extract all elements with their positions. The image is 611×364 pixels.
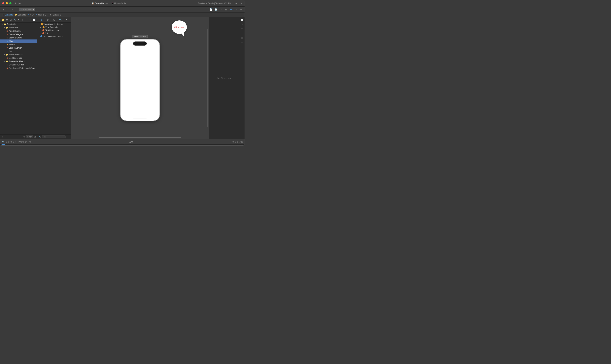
xcode-window: ⊞ ▶ 📋 DeleteMe main › 📱 iPhone 14 Pro De… [0, 0, 245, 145]
bc-item-2[interactable]: DeleteMe [18, 14, 26, 16]
scene-item-vc-scene[interactable]: ▼ View Controller Scene [37, 23, 71, 26]
click-here-balloon[interactable]: Click Here [172, 20, 187, 34]
vertical-scrollbar[interactable] [207, 29, 208, 127]
file-inspector-button[interactable]: 📄 [240, 18, 244, 22]
breadcrumb: 📱 DeleteMe › 📁 DeleteMe › ✕ Main › ✕ Mai… [0, 13, 245, 17]
no-selection-label: No Selection [217, 77, 231, 79]
scene-filter-icon[interactable]: ⊞ [40, 18, 43, 22]
scene-label: Exit [45, 32, 48, 34]
run-button[interactable]: ▶ [19, 2, 21, 5]
debug-icon[interactable]: ⬚ [25, 18, 28, 22]
sidebar-item-deletemeuittslaunchtests[interactable]: S DeleteMeUIT...tsLaunchTests [0, 66, 37, 70]
scene-label: View Controller Scene [43, 23, 63, 25]
report-icon[interactable]: 📄 [32, 18, 36, 22]
inspector-toolbar: 📄 ⏱ ? ▤ ↗ [239, 17, 245, 139]
sidebar-item-deletemetests-group[interactable]: ▼ 📁 DeleteMeTests [0, 53, 37, 56]
sidebar-label: SceneDelegate [9, 33, 23, 36]
minimize-button[interactable] [6, 2, 8, 4]
sidebar-item-deletemeuitests[interactable]: S DeleteMeUITests [0, 63, 37, 66]
scene-item-vc[interactable]: ▶ View Controller [37, 26, 71, 29]
sidebar-controls-right: ⊡ [34, 136, 36, 138]
bc-item-4[interactable]: Main (Base) [38, 14, 48, 16]
sidebar-item-appdelegate[interactable]: S AppDelegate [0, 29, 37, 33]
horizontal-scrollbar[interactable] [99, 137, 181, 138]
sidebar-item-assets[interactable]: ◼ Assets [0, 43, 37, 46]
history-button[interactable]: ⏱ [240, 23, 243, 26]
format-icon[interactable]: Aa [234, 8, 238, 12]
sidebar-toggle-button[interactable]: ⊞ [13, 1, 18, 5]
zoom-out-button[interactable]: - [127, 141, 128, 143]
identity-inspector-button[interactable]: ▤ [241, 36, 243, 39]
folder-icon[interactable]: 📁 [1, 18, 5, 22]
scene-label: View Controller [45, 26, 58, 28]
list-icon[interactable]: ☰ [229, 8, 233, 12]
sidebar-footer: + ⊙ Filter ⊡ [0, 134, 37, 139]
scene-navigator: ⊞ ⊗ ⬡ 🔍 ⚑ ▼ View Controller Scene ▶ View… [37, 17, 71, 139]
sidebar-item-scenedelegate[interactable]: S SceneDelegate [0, 33, 37, 36]
sidebar-item-main[interactable]: ✕ Main [0, 39, 37, 43]
file-inspector-icon[interactable]: 📄 [209, 8, 213, 12]
find-icon[interactable]: 🔍 [13, 18, 17, 22]
scene-item-entry-point[interactable]: Storyboard Entry Point [37, 35, 71, 38]
test-icon[interactable]: ◇ [21, 18, 25, 22]
sidebar-item-deleteme-root[interactable]: ▼ 📁 DeleteMe [0, 23, 37, 26]
bc-item-1[interactable]: DeleteMe [5, 14, 13, 16]
sidebar-item-deletemeuitests-group[interactable]: ▼ 📁 DeleteMeUITests [0, 60, 37, 63]
expand-triangle: ▼ [3, 54, 5, 55]
canvas-content: → View Controller [120, 35, 160, 121]
clock-icon[interactable]: 🕐 [214, 8, 218, 12]
quick-help-button[interactable]: ? [241, 27, 243, 31]
bottom-center: - 71% + [127, 141, 136, 143]
breakpoints-icon[interactable]: ▭ [28, 18, 32, 22]
add-button[interactable]: + [234, 2, 238, 5]
bc-icon-4: ✕ [36, 14, 38, 16]
back-button[interactable]: ‹ [6, 8, 10, 12]
close-button[interactable] [2, 2, 4, 4]
sidebar-item-launchscreen[interactable]: ✕ LaunchScreen [0, 46, 37, 50]
swift-file-icon: S [6, 37, 8, 39]
titlebar: ⊞ ▶ 📋 DeleteMe main › 📱 iPhone 14 Pro De… [0, 0, 245, 7]
grid-icon[interactable]: ⊞ [1, 8, 6, 12]
symbols-icon[interactable]: ⬡ [9, 18, 13, 22]
bottom-bar: 🔍 ⊙ ⊕ ⊗ ⊡ ▭ iPhone 14 Pro - 71% + ⊙ ⊡ ⊕ … [0, 139, 245, 144]
forward-button[interactable]: › [10, 8, 14, 12]
issues-icon[interactable]: ⚑ [17, 18, 21, 22]
scene-dot [41, 23, 43, 25]
scene-nav-btn4[interactable]: ⚑ [65, 18, 69, 22]
sidebar-item-viewcontroller[interactable]: S ViewController [0, 36, 37, 39]
help-icon[interactable]: ? [219, 8, 223, 12]
canvas-area[interactable]: Click Here → View Controller [71, 17, 209, 139]
bc-item-3[interactable]: Main [30, 14, 34, 16]
scene-filter-input[interactable] [42, 135, 66, 138]
separator-1 [16, 8, 16, 11]
tab-main-base[interactable]: ✕ Main (Base) [19, 8, 36, 12]
attributes-inspector-button[interactable]: ↗ [241, 41, 243, 44]
sidebar-label: Assets [9, 43, 15, 46]
filter-button[interactable]: Filter [26, 135, 33, 138]
zoom-level: 71% [129, 141, 133, 143]
bc-sep-4: › [49, 14, 50, 16]
zoom-in-button[interactable]: + [134, 141, 136, 143]
folder-icon: 📁 [6, 60, 8, 63]
sidebar-controls-left: ⊙ [23, 136, 25, 138]
sidebar-item-deleteme-group[interactable]: ▼ 📁 DeleteMe [0, 26, 37, 29]
bc-item-5: No Selection [50, 14, 61, 16]
scene-nav-btn2[interactable]: ⬡ [52, 18, 56, 22]
scene-nav-btn3[interactable]: 🔍 [58, 18, 63, 22]
progress-indicator [1, 144, 5, 146]
folder-icon: 📁 [4, 23, 6, 26]
sidebar-item-info[interactable]: ℹ Info [0, 50, 37, 53]
inspector-icon[interactable]: ⊟ [224, 8, 228, 12]
source-control-icon[interactable]: ⊗ [5, 18, 9, 22]
scene-nav-btn1[interactable]: ⊗ [46, 18, 50, 22]
sidebar-item-deletemetests[interactable]: S DeleteMeTests [0, 56, 37, 60]
entry-arrow: → [90, 76, 93, 80]
split-view-button[interactable]: ⊡ [239, 2, 242, 5]
scene-item-first-responder[interactable]: First Responder [37, 29, 71, 32]
sidebar-label: ViewController [9, 37, 22, 39]
secondary-toolbar: ⊞ ‹ › ✕ Main (Base) 📄 🕐 ? ⊟ ☰ Aa ↩ [0, 7, 245, 13]
maximize-button[interactable] [9, 2, 12, 4]
scene-item-exit[interactable]: Exit [37, 32, 71, 35]
add-item-button[interactable]: + [1, 135, 3, 138]
back2-icon[interactable]: ↩ [239, 8, 243, 12]
